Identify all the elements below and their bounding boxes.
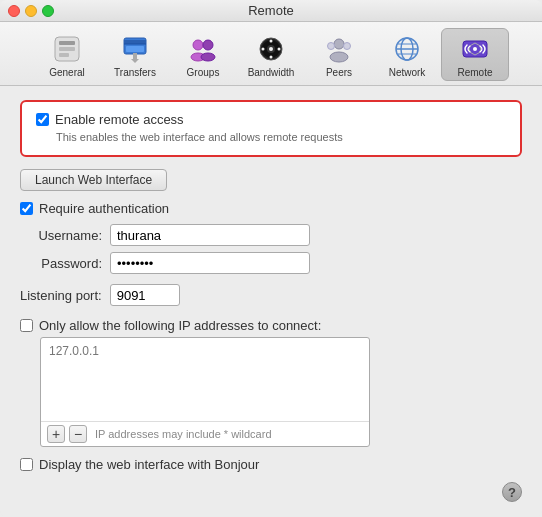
peers-icon	[323, 33, 355, 65]
enable-remote-label: Enable remote access	[55, 112, 184, 127]
transfers-icon	[119, 33, 151, 65]
svg-point-23	[328, 43, 335, 50]
password-input[interactable]	[110, 252, 310, 274]
bonjour-label: Display the web interface with Bonjour	[39, 457, 259, 472]
port-section: Listening port:	[20, 284, 522, 306]
port-label: Listening port:	[20, 288, 102, 303]
svg-rect-5	[124, 40, 146, 44]
svg-point-12	[201, 53, 215, 61]
ip-checkbox-row: Only allow the following IP addresses to…	[20, 318, 522, 333]
remote-icon	[459, 33, 491, 65]
toolbar-item-remote[interactable]: Remote	[441, 28, 509, 81]
svg-point-31	[473, 47, 477, 51]
bandwidth-label: Bandwidth	[248, 67, 295, 78]
require-auth-checkbox[interactable]	[20, 202, 33, 215]
close-button[interactable]	[8, 5, 20, 17]
svg-point-19	[262, 48, 265, 51]
svg-rect-2	[59, 47, 75, 51]
transfers-label: Transfers	[114, 67, 156, 78]
toolbar-item-bandwidth[interactable]: Bandwidth	[237, 28, 305, 81]
svg-rect-7	[126, 46, 144, 52]
svg-point-16	[269, 47, 273, 51]
toolbar-item-network[interactable]: Network	[373, 28, 441, 81]
svg-rect-3	[59, 53, 69, 57]
require-auth-row: Require authentication	[20, 201, 522, 216]
minimize-button[interactable]	[25, 5, 37, 17]
password-label: Password:	[20, 256, 110, 271]
peers-label: Peers	[326, 67, 352, 78]
network-label: Network	[389, 67, 426, 78]
general-icon	[51, 33, 83, 65]
ip-textarea-wrapper: + − IP addresses may include * wildcard	[40, 337, 370, 447]
ip-toolbar: + − IP addresses may include * wildcard	[41, 421, 369, 446]
remote-label: Remote	[457, 67, 492, 78]
bandwidth-icon	[255, 33, 287, 65]
enable-remote-row: Enable remote access	[36, 112, 506, 127]
bonjour-checkbox[interactable]	[20, 458, 33, 471]
help-button[interactable]: ?	[502, 482, 522, 502]
help-button-wrapper: ?	[20, 482, 522, 502]
username-input[interactable]	[110, 224, 310, 246]
toolbar: General Transfers Groups	[0, 22, 542, 86]
port-input[interactable]	[110, 284, 180, 306]
svg-rect-1	[59, 41, 75, 45]
username-label: Username:	[20, 228, 110, 243]
svg-point-10	[203, 40, 213, 50]
bonjour-row: Display the web interface with Bonjour	[20, 457, 522, 472]
toolbar-item-transfers[interactable]: Transfers	[101, 28, 169, 81]
launch-web-button[interactable]: Launch Web Interface	[20, 169, 167, 191]
toolbar-item-general[interactable]: General	[33, 28, 101, 81]
network-icon	[391, 33, 423, 65]
ip-textarea[interactable]	[41, 338, 369, 418]
svg-point-20	[270, 56, 273, 59]
auth-section: Require authentication Username: Passwor…	[20, 201, 522, 274]
enable-remote-section: Enable remote access This enables the we…	[20, 100, 522, 157]
maximize-button[interactable]	[42, 5, 54, 17]
general-label: General	[49, 67, 85, 78]
password-row: Password:	[20, 252, 522, 274]
ip-hint: IP addresses may include * wildcard	[95, 428, 272, 440]
svg-point-9	[193, 40, 203, 50]
ip-remove-button[interactable]: −	[69, 425, 87, 443]
window-title: Remote	[248, 3, 294, 18]
toolbar-item-groups[interactable]: Groups	[169, 28, 237, 81]
ip-restrict-checkbox[interactable]	[20, 319, 33, 332]
groups-icon	[187, 33, 219, 65]
ip-add-button[interactable]: +	[47, 425, 65, 443]
svg-point-22	[330, 52, 348, 62]
svg-point-18	[278, 48, 281, 51]
groups-label: Groups	[187, 67, 220, 78]
svg-point-21	[334, 39, 344, 49]
enable-remote-checkbox[interactable]	[36, 113, 49, 126]
svg-point-17	[270, 40, 273, 43]
ip-restrict-label: Only allow the following IP addresses to…	[39, 318, 321, 333]
require-auth-label: Require authentication	[39, 201, 169, 216]
traffic-lights	[8, 5, 54, 17]
main-content: Enable remote access This enables the we…	[0, 86, 542, 516]
username-row: Username:	[20, 224, 522, 246]
svg-rect-8	[133, 53, 137, 59]
enable-remote-subtext: This enables the web interface and allow…	[56, 131, 506, 143]
title-bar: Remote	[0, 0, 542, 22]
svg-point-24	[344, 43, 351, 50]
toolbar-item-peers[interactable]: Peers	[305, 28, 373, 81]
ip-section: Only allow the following IP addresses to…	[20, 318, 522, 447]
